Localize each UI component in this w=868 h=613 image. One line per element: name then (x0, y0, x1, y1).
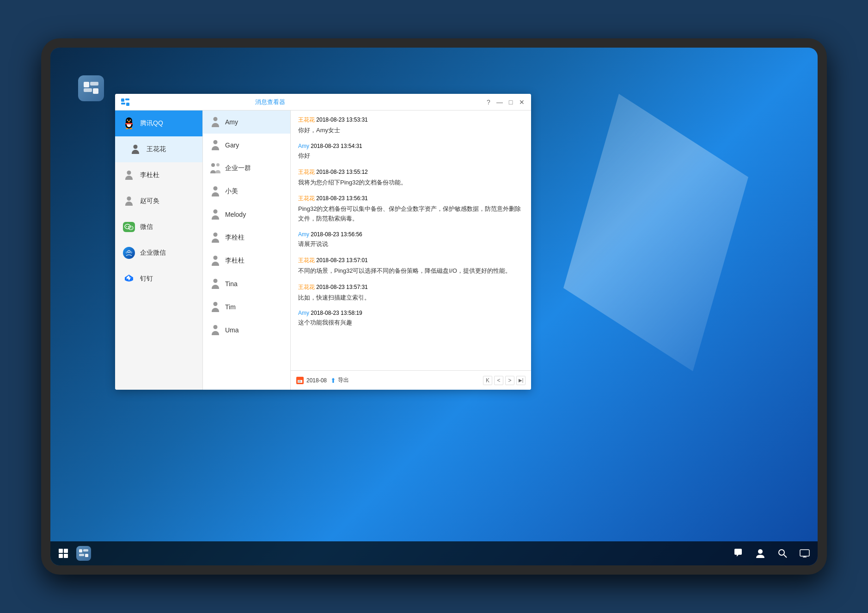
message-entry-4: 王花花 2018-08-23 13:56:31 Ping32的文档备份可以集中备… (298, 195, 524, 224)
message-timestamp-1: 2018-08-23 13:53:31 (316, 116, 367, 123)
message-meta-3: 王花花 2018-08-23 13:55:12 (298, 168, 524, 176)
svg-point-26 (126, 252, 128, 253)
account-item-li[interactable]: 李杜杜 (115, 162, 202, 188)
svg-point-24 (131, 227, 132, 228)
contact-label-group: 企业一群 (225, 164, 251, 172)
message-meta-1: 王花花 2018-08-23 13:53:31 (298, 116, 524, 124)
message-timestamp-8: 2018-08-23 13:58:19 (311, 310, 362, 316)
message-sender-8: Amy (298, 310, 309, 316)
close-button[interactable]: ✕ (518, 98, 526, 106)
desktop-app-icon[interactable] (78, 75, 104, 101)
svg-rect-18 (125, 123, 133, 124)
start-button[interactable] (55, 545, 72, 562)
contact-item-group[interactable]: 企业一群 (203, 157, 290, 180)
svg-point-23 (130, 227, 131, 228)
message-entry-1: 王花花 2018-08-23 13:53:31 你好，Amy女士 (298, 116, 524, 135)
taskbar-search-button[interactable] (774, 545, 791, 562)
svg-line-38 (784, 555, 787, 558)
nav-prev-button[interactable]: < (494, 376, 503, 385)
contact-item-gary[interactable]: Gary (203, 134, 290, 157)
account-label-li: 李杜杜 (140, 171, 159, 179)
help-button[interactable]: ? (485, 98, 492, 106)
export-icon: ⬆ (330, 377, 336, 384)
win-logo-cell-1 (59, 549, 63, 553)
message-entry-5: Amy 2018-08-23 13:56:56 请展开说说 (298, 231, 524, 249)
maximize-button[interactable]: □ (507, 98, 514, 106)
account-item-dingtalk[interactable]: 钉钉 (115, 266, 202, 292)
footer-date: 23 2018-08 (296, 377, 327, 384)
contact-item-xiaomei[interactable]: 小美 (203, 180, 290, 203)
window-title: 消息查看器 (134, 98, 485, 106)
nav-last-button[interactable]: ▶| (516, 376, 526, 385)
person-icon-wang (129, 143, 142, 156)
account-item-qq[interactable]: 腾讯QQ (115, 110, 202, 136)
windows-logo (59, 549, 68, 558)
nav-first-button[interactable]: K (483, 376, 492, 385)
account-label-dingtalk: 钉钉 (140, 275, 153, 283)
contact-item-tina[interactable]: Tina (203, 272, 290, 295)
message-sender-4: 王花花 (298, 195, 315, 202)
taskbar-person-button[interactable] (752, 545, 769, 562)
svg-point-10 (126, 117, 132, 124)
message-footer: 23 2018-08 ⬆ 导出 K < > (291, 370, 531, 390)
taskbar-screen-button[interactable] (796, 545, 813, 562)
account-label-qq: 腾讯QQ (140, 119, 163, 128)
contact-label-lidudu: 李杜杜 (225, 257, 245, 265)
account-item-wang[interactable]: 王花花 (115, 136, 202, 162)
contact-icon-group (210, 163, 220, 173)
svg-rect-2 (84, 88, 92, 92)
account-item-zhao[interactable]: 赵可奂 (115, 188, 202, 214)
contact-item-lishuanzhu[interactable]: 李栓柱 (203, 226, 290, 249)
qq-icon (122, 117, 135, 130)
contact-item-uma[interactable]: Uma (203, 319, 290, 342)
contact-icon-tim (210, 302, 220, 312)
export-button[interactable]: ⬆ 导出 (330, 376, 349, 384)
contact-item-melody[interactable]: Melody (203, 203, 290, 226)
svg-rect-32 (79, 549, 82, 552)
contact-icon-xiaomei (210, 186, 220, 196)
person-icon-li (122, 169, 135, 182)
account-item-ew[interactable]: 企业微信 (115, 240, 202, 266)
contact-label-gary: Gary (225, 141, 239, 149)
taskbar (50, 541, 818, 565)
message-entry-3: 王花花 2018-08-23 13:55:12 我将为您介绍下Ping32的文档… (298, 168, 524, 188)
footer-date-text: 2018-08 (306, 377, 327, 384)
person-icon-zhao (122, 195, 135, 208)
svg-rect-0 (84, 82, 89, 87)
message-text-8: 这个功能我很有兴趣 (298, 318, 524, 328)
svg-point-15 (128, 121, 130, 123)
svg-rect-5 (125, 98, 129, 100)
svg-point-37 (779, 550, 784, 555)
message-entry-2: Amy 2018-08-23 13:54:31 你好 (298, 143, 524, 161)
win-logo-cell-4 (64, 554, 68, 558)
minimize-button[interactable]: — (496, 98, 503, 106)
taskbar-ping32-button[interactable] (75, 545, 92, 562)
export-label: 导出 (338, 376, 349, 384)
contact-icon-gary (210, 140, 220, 150)
message-timestamp-7: 2018-08-23 13:57:31 (316, 284, 367, 290)
message-sender-2: Amy (298, 143, 309, 149)
svg-rect-33 (83, 549, 88, 552)
contact-label-tina: Tina (225, 280, 238, 288)
svg-rect-39 (800, 550, 809, 556)
contact-label-lishuanzhu: 李栓柱 (225, 233, 245, 242)
win-logo-cell-2 (64, 549, 68, 553)
message-meta-6: 王花花 2018-08-23 13:57:01 (298, 257, 524, 264)
accounts-sidebar: 腾讯QQ 王花花 李杜杜 (115, 110, 203, 390)
svg-point-20 (126, 226, 127, 227)
contact-label-melody: Melody (225, 211, 246, 218)
screen: 消息查看器 ? — □ ✕ (50, 48, 818, 565)
message-sender-3: 王花花 (298, 169, 315, 175)
nav-next-button[interactable]: > (505, 376, 514, 385)
contact-icon-uma (210, 325, 220, 335)
message-entry-8: Amy 2018-08-23 13:58:19 这个功能我很有兴趣 (298, 310, 524, 328)
taskbar-chat-button[interactable] (730, 545, 746, 562)
contact-item-tim[interactable]: Tim (203, 295, 290, 319)
window-body: 腾讯QQ 王花花 李杜杜 (115, 110, 531, 390)
account-item-wechat[interactable]: 微信 (115, 214, 202, 240)
message-timestamp-5: 2018-08-23 13:56:56 (311, 231, 362, 238)
message-sender-7: 王花花 (298, 284, 315, 290)
contact-item-lidudu[interactable]: 李杜杜 (203, 249, 290, 272)
svg-point-17 (129, 128, 132, 129)
contact-item-amy[interactable]: Amy (203, 110, 290, 134)
